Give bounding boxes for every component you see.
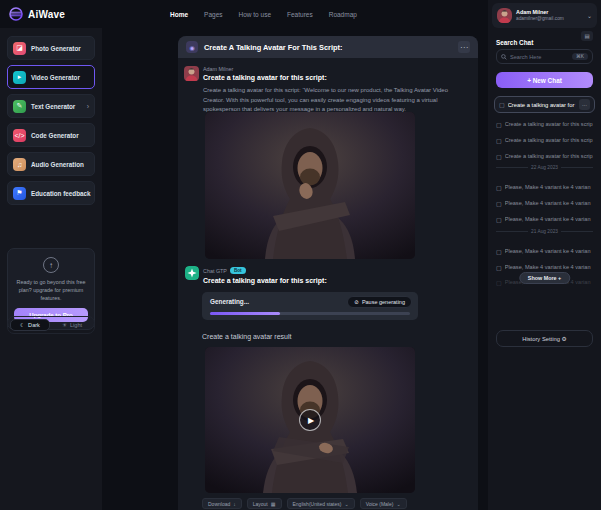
chat-title-icon: ◉ xyxy=(186,41,198,53)
chat-bubble-icon: ▢ xyxy=(496,184,502,191)
pause-icon: ⊘ xyxy=(354,299,359,305)
chat-history-item[interactable]: ▢ Please, Make 4 variant ke 4 varian xyxy=(496,181,593,193)
chat-bubble-icon: ▢ xyxy=(496,121,502,128)
nav-features[interactable]: Features xyxy=(287,11,313,18)
brand-logo[interactable]: AiWave xyxy=(0,7,170,21)
chat-bubble-icon: ▢ xyxy=(496,216,502,223)
text-icon: ✎ xyxy=(13,100,26,113)
chevron-down-icon: ⌄ xyxy=(344,501,348,507)
video-icon: ▸ xyxy=(13,71,26,84)
chat-history-item[interactable]: ▢ Please, Make 4 variant ke 4 varian xyxy=(496,197,593,209)
date-divider: 22 Aug 2023 xyxy=(496,165,593,170)
search-input[interactable] xyxy=(510,54,569,60)
chevron-down-icon: ⌄ xyxy=(587,12,592,19)
main-nav: Home Pages How to use Features Roadmap xyxy=(170,11,357,18)
account-email: adamilner@gmail.com xyxy=(516,16,564,22)
search-chat-heading: Search Chat xyxy=(496,39,533,46)
upload-arrow-icon: ↑ xyxy=(43,257,59,273)
pause-generating-button[interactable]: ⊘ Pause generating xyxy=(347,296,412,308)
sidebar-item-text-generator[interactable]: ✎ Text Generator › xyxy=(7,94,95,118)
sidebar-item-education-feedback[interactable]: ⚑ Education feedback xyxy=(7,181,95,205)
upgrade-message: Ready to go beyond this free plan? upgra… xyxy=(14,278,88,302)
result-label: Create a talking avatar result xyxy=(202,333,292,340)
search-icon xyxy=(501,54,507,60)
account-menu[interactable]: Adam Milner adamilner@gmail.com ⌄ xyxy=(492,3,597,28)
generating-card: Generating... ⊘ Pause generating xyxy=(202,292,418,320)
nav-roadmap[interactable]: Roadmap xyxy=(329,11,357,18)
chat-bubble-icon: ▢ xyxy=(496,279,502,286)
download-icon: ↓ xyxy=(233,501,236,507)
chat-bubble-icon: ▢ xyxy=(496,153,502,160)
chat-bubble-icon: ▢ xyxy=(496,264,502,271)
sidebar-item-code-generator[interactable]: </> Code Generator xyxy=(7,123,95,147)
chat-bubble-icon: ▢ xyxy=(499,101,505,108)
chevron-right-icon: › xyxy=(87,103,89,110)
account-name: Adam Milner xyxy=(516,9,564,16)
layout-button[interactable]: Layout ▦ xyxy=(247,498,282,509)
chat-history-item[interactable]: ▢ Create a talking avatar for this scrip xyxy=(496,150,593,162)
collapse-panel-button[interactable]: ▤ xyxy=(581,31,593,41)
education-icon: ⚑ xyxy=(13,187,26,200)
chat-history-item[interactable]: ▢ Please, Make 4 variant ke 4 varian xyxy=(496,245,593,257)
show-more-button[interactable]: Show More + xyxy=(519,272,570,284)
layout-grid-icon: ▦ xyxy=(271,501,276,507)
download-button[interactable]: Download ↓ xyxy=(202,498,242,509)
progress-track xyxy=(210,312,410,315)
search-box: ⌘K xyxy=(496,49,593,64)
brand-name: AiWave xyxy=(28,9,65,20)
user-message-avatar xyxy=(184,66,199,81)
chat-header: ◉ Create A Talking Avatar For This Scrip… xyxy=(178,36,478,58)
search-shortcut-badge: ⌘K xyxy=(572,53,588,60)
right-sidebar: Adam Milner adamilner@gmail.com ⌄ ▤ Sear… xyxy=(488,0,601,510)
theme-toggle: ☾ Dark ☀ Light xyxy=(7,316,95,334)
sidebar-item-video-generator[interactable]: ▸ Video Generator xyxy=(7,65,95,89)
bot-avatar-icon xyxy=(185,266,199,280)
nav-pages[interactable]: Pages xyxy=(204,11,222,18)
generating-label: Generating... xyxy=(210,298,249,305)
user-message-author: Adam Milner xyxy=(203,66,233,72)
panel-icon: ▤ xyxy=(584,33,589,39)
sun-icon: ☀ xyxy=(62,322,67,328)
result-toolbar: Download ↓ Layout ▦ English(United state… xyxy=(202,498,407,509)
sidebar-item-photo-generator[interactable]: ◪ Photo Generator xyxy=(7,36,95,60)
new-chat-button[interactable]: + New Chat xyxy=(496,72,593,88)
language-select[interactable]: English(United states) ⌄ xyxy=(287,498,355,509)
left-sidebar: ◪ Photo Generator ▸ Video Generator ✎ Te… xyxy=(0,28,102,510)
user-message-body: Create a talking avatar for this script:… xyxy=(203,86,467,115)
chat-bubble-icon: ▢ xyxy=(496,248,502,255)
chat-bubble-icon: ▢ xyxy=(496,200,502,207)
code-icon: </> xyxy=(13,129,26,142)
chat-title: Create A Talking Avatar For This Script: xyxy=(204,43,342,52)
dark-mode-button[interactable]: ☾ Dark xyxy=(10,319,50,331)
chat-options-button[interactable]: ⋯ xyxy=(458,41,470,53)
chat-bubble-icon: ▢ xyxy=(496,137,502,144)
sidebar-item-audio-generation[interactable]: ♫ Audio Generation xyxy=(7,152,95,176)
nav-how-to-use[interactable]: How to use xyxy=(239,11,272,18)
nav-home[interactable]: Home xyxy=(170,11,188,18)
gear-icon: ⚙ xyxy=(562,336,567,342)
chat-history-item[interactable]: ▢ Please, Make 4 variant ke 4 varian xyxy=(496,213,593,225)
date-divider: 21 Aug 2023 xyxy=(496,229,593,234)
chat-history-item[interactable]: ▢ Create a talking avatar for this scrip xyxy=(496,118,593,130)
audio-icon: ♫ xyxy=(13,158,26,171)
result-video: ▶ xyxy=(205,347,415,493)
history-setting-button[interactable]: History Setting ⚙ xyxy=(496,330,593,347)
user-message-heading: Create a talking avatar for this script: xyxy=(203,74,327,81)
photo-icon: ◪ xyxy=(13,42,26,55)
bot-name-row: Chat GTP Bot xyxy=(203,267,246,274)
voice-select[interactable]: Voice (Male) ⌄ xyxy=(360,498,407,509)
bot-badge: Bot xyxy=(230,267,246,274)
play-button[interactable]: ▶ xyxy=(299,409,321,431)
active-chat-item[interactable]: ▢ Create a talking avatar for this scrip… xyxy=(494,96,595,113)
progress-fill xyxy=(210,312,280,315)
chat-panel: ◉ Create A Talking Avatar For This Scrip… xyxy=(178,36,478,510)
chevron-down-icon: ⌄ xyxy=(396,501,400,507)
moon-icon: ☾ xyxy=(20,322,25,328)
account-avatar xyxy=(497,8,512,23)
generated-avatar-image xyxy=(205,112,415,259)
chat-item-menu-button[interactable]: ⋯ xyxy=(579,99,590,110)
chat-history-item[interactable]: ▢ Create a talking avatar for this scrip xyxy=(496,134,593,146)
aiwave-logo-icon xyxy=(9,7,23,21)
light-mode-button[interactable]: ☀ Light xyxy=(52,319,92,331)
bot-name: Chat GTP xyxy=(203,268,227,274)
